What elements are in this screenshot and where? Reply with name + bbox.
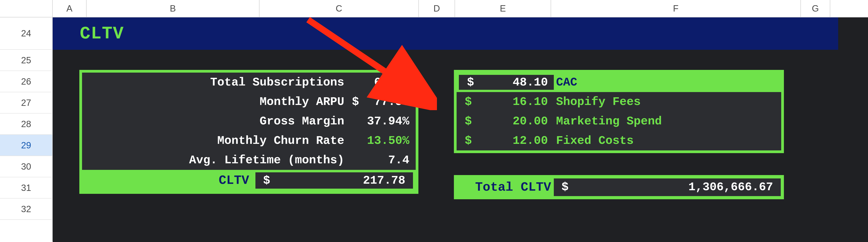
value-monthly-churn: 13.50% [350, 134, 409, 148]
label-cac: CAC [554, 76, 781, 89]
total-cltv-strip[interactable]: Total CLTV $ 1,306,666.67 [454, 175, 784, 199]
col-header-B[interactable]: B [87, 0, 259, 17]
row-header-25[interactable]: 25 [0, 50, 53, 71]
label-monthly-arpu: Monthly ARPU [82, 95, 350, 109]
value-marketing: 20.00 [513, 115, 548, 128]
symbol-shopify: $ [465, 95, 472, 109]
value-fixed: 12.00 [513, 134, 548, 148]
row-header-29[interactable]: 29 [0, 135, 53, 156]
column-headers: A B C D E F G [0, 0, 868, 18]
cltv-title-bar: CLTV [53, 18, 838, 50]
row-gross-margin[interactable]: Gross Margin 37.94% [82, 112, 416, 131]
label-total-cltv: Total CLTV [457, 180, 554, 194]
value-monthly-arpu: 77.50 [374, 95, 409, 109]
cac-box: $ 48.10 CAC $ 16.10 Shopify Fees $ 20.00… [454, 70, 784, 153]
row-cltv-result[interactable]: CLTV $ 217.78 [82, 170, 416, 191]
value-total-cltv: 1,306,666.67 [688, 180, 773, 194]
label-fixed: Fixed Costs [554, 134, 781, 148]
symbol-arpu: $ [350, 95, 359, 109]
row-shopify-fees[interactable]: $ 16.10 Shopify Fees [457, 92, 781, 112]
row-fixed-costs[interactable]: $ 12.00 Fixed Costs [457, 131, 781, 150]
corner-cell[interactable] [0, 0, 53, 17]
row-cac[interactable]: $ 48.10 CAC [457, 72, 781, 92]
col-header-E[interactable]: E [455, 0, 551, 17]
row-header-27[interactable]: 27 [0, 92, 53, 114]
row-header-28[interactable]: 28 [0, 114, 53, 135]
row-header-24[interactable]: 24 [0, 18, 53, 50]
value-shopify: 16.10 [513, 95, 548, 109]
row-header-26[interactable]: 26 [0, 71, 53, 92]
row-header-31[interactable]: 31 [0, 177, 53, 199]
col-header-D[interactable]: D [419, 0, 455, 17]
label-shopify: Shopify Fees [554, 95, 781, 109]
row-header-30[interactable]: 30 [0, 156, 53, 177]
row-total-subscriptions[interactable]: Total Subscriptions 6,000 [82, 72, 416, 92]
value-cac: 48.10 [513, 76, 548, 89]
row-headers: 24 25 26 27 28 29 30 31 32 [0, 18, 53, 242]
label-avg-lifetime: Avg. Lifetime (months) [82, 154, 350, 167]
label-monthly-churn: Monthly Churn Rate [82, 134, 350, 148]
row-marketing-spend[interactable]: $ 20.00 Marketing Spend [457, 112, 781, 131]
row-avg-lifetime[interactable]: Avg. Lifetime (months) 7.4 [82, 150, 416, 170]
label-cltv: CLTV [82, 173, 253, 188]
value-total-subscriptions: 6,000 [350, 76, 409, 89]
value-avg-lifetime: 7.4 [350, 154, 409, 167]
label-total-subscriptions: Total Subscriptions [82, 76, 350, 89]
symbol-cac: $ [467, 76, 474, 89]
cltv-title: CLTV [80, 24, 124, 44]
col-header-C[interactable]: C [259, 0, 419, 17]
row-header-blank [0, 220, 53, 241]
value-gross-margin: 37.94% [350, 115, 409, 128]
col-header-F[interactable]: F [551, 0, 801, 17]
symbol-cltv: $ [263, 174, 270, 187]
symbol-marketing: $ [465, 115, 472, 128]
col-header-G[interactable]: G [801, 0, 830, 17]
col-header-A[interactable]: A [53, 0, 87, 17]
sheet-canvas[interactable]: CLTV Total Subscriptions 6,000 Monthly A… [53, 18, 868, 242]
symbol-total-cltv: $ [561, 180, 568, 194]
row-header-32[interactable]: 32 [0, 199, 53, 220]
row-monthly-arpu[interactable]: Monthly ARPU $ 77.50 [82, 92, 416, 112]
row-monthly-churn[interactable]: Monthly Churn Rate 13.50% [82, 131, 416, 150]
symbol-fixed: $ [465, 134, 472, 148]
value-cltv: 217.78 [363, 174, 405, 187]
label-marketing: Marketing Spend [554, 115, 781, 128]
label-gross-margin: Gross Margin [82, 115, 350, 128]
cltv-metrics-box: Total Subscriptions 6,000 Monthly ARPU $… [79, 70, 418, 194]
